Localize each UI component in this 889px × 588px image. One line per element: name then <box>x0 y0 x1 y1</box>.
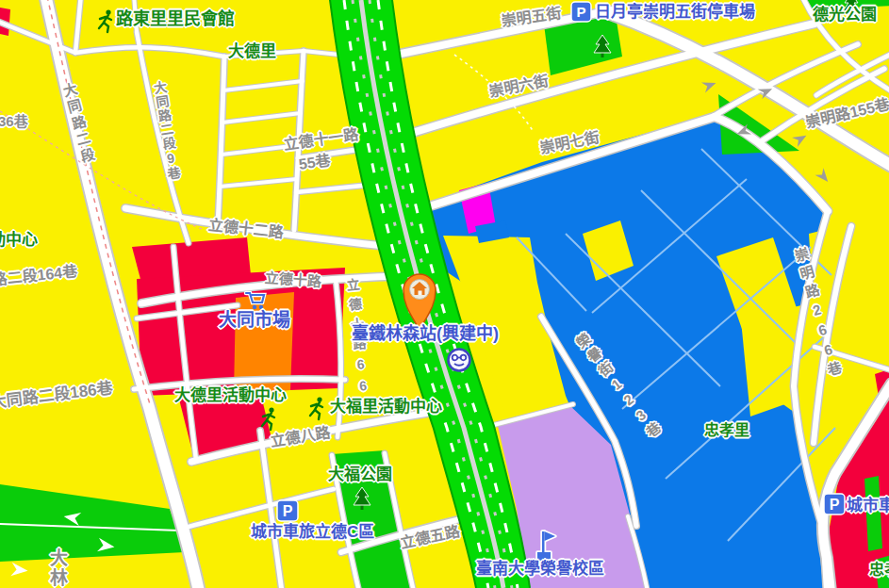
parking-icon[interactable]: P <box>277 500 298 521</box>
parking-icon[interactable]: P <box>571 2 591 22</box>
poi-label-nutn-campus[interactable]: 臺南大學榮譽校區 <box>476 561 604 577</box>
poi-label-activity-center-partial[interactable]: 活動中心 <box>0 232 38 248</box>
district-label-zhongxiao-partial: 忠孝里 <box>869 563 889 578</box>
poi-label-citycar-c[interactable]: 城市車旅立德C區 <box>251 524 374 540</box>
road-label-lide10: 立德十路 <box>264 270 321 288</box>
poi-label-dafu-park[interactable]: 大福公園 <box>328 466 392 482</box>
train-station-icon[interactable] <box>449 350 470 371</box>
map-canvas[interactable]: P P P <box>0 0 889 588</box>
district-label-zhongxiao: 忠孝里 <box>704 423 749 438</box>
poi-label-deguang-park[interactable]: 德光公園 <box>813 7 877 23</box>
poi-label-dadeli-activity-center[interactable]: 大德里活動中心 <box>174 387 287 403</box>
poi-label-citycar-right[interactable]: 城市車旅 <box>847 498 889 514</box>
district-label-dadeli: 大德里 <box>228 43 276 59</box>
parking-letter: P <box>576 4 585 20</box>
parking-letter: P <box>830 497 840 513</box>
road-label-lane36: 36巷 <box>0 114 28 128</box>
road-label-dalin: 大林 <box>48 548 66 588</box>
poi-label-linsen-station[interactable]: 臺鐵林森站(興建中) <box>352 325 499 342</box>
poi-label-community-hall[interactable]: 路東里里民會館 <box>116 10 235 27</box>
map-layers: P P P <box>0 0 889 588</box>
poi-label-datong-market[interactable]: 大同市場 <box>219 311 290 329</box>
poi-label-dafuli-activity-center[interactable]: 大福里活動中心 <box>330 399 442 415</box>
parking-icon[interactable]: P <box>824 494 845 514</box>
poi-label-parking-riyueting[interactable]: 日月亭崇明五街停車場 <box>595 4 755 20</box>
parking-letter: P <box>283 503 293 519</box>
